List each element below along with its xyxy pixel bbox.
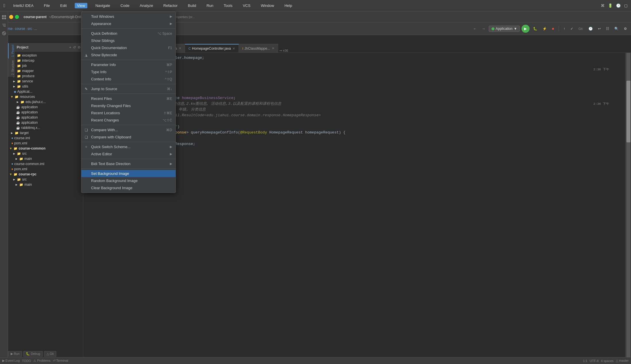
menu-item-appearance[interactable]: Appearance ▶ (81, 20, 176, 27)
project-expand-btn[interactable]: ↺ (73, 45, 76, 49)
menu-item-type-info[interactable]: Type Info ^⇧P (81, 68, 176, 75)
vcs-commit-btn[interactable]: ✓ (569, 26, 575, 32)
menubar-tools[interactable]: Tools (222, 3, 235, 8)
project-settings-btn[interactable]: ⚙ (78, 45, 81, 49)
menubar-code[interactable]: Code (118, 3, 132, 8)
build-btn[interactable]: ⚡ (541, 26, 549, 32)
tree-item-utils[interactable]: ► 📁 utils (8, 84, 83, 89)
navigate-forward-btn[interactable]: → (480, 26, 487, 32)
tree-item-rpc-src[interactable]: ► 📁 src (8, 177, 83, 182)
menu-item-recent-files[interactable]: Recent Files ⌘E (81, 95, 176, 102)
menu-item-bytecode[interactable]: ◮ Show Bytecode (81, 51, 176, 59)
history-btn[interactable]: 🕐 (587, 26, 595, 32)
menubar-window[interactable]: Window (259, 3, 276, 8)
tree-item-common-src[interactable]: ► 📁 src (8, 151, 83, 156)
vtab-project[interactable]: 1: Project (8, 43, 15, 59)
scroll-thumb[interactable] (626, 81, 630, 142)
tree-item-exception[interactable]: ► 📁 exception (8, 53, 83, 58)
sidebar-web-icon[interactable] (1, 30, 7, 37)
vcs-update-btn[interactable]: ↑ (562, 26, 567, 32)
search-everywhere-btn[interactable]: 🔍 (613, 26, 620, 32)
tab-homepage-controller[interactable]: C HomepageController.java ✕ (185, 44, 239, 53)
app-selector-btn[interactable]: ⬤ Application ▼ (489, 26, 520, 32)
menu-item-bidi[interactable]: Bidi Text Base Direction ▶ (81, 160, 176, 167)
tab-close-homepage[interactable]: ✕ (232, 47, 235, 51)
run-button[interactable]: ▶ (522, 25, 530, 33)
tree-item-courseiml[interactable]: ■ course.iml (8, 135, 83, 141)
bottom-tab-debug[interactable]: 🐛 Debug (23, 351, 43, 357)
tree-item-rpc-main[interactable]: ► 📁 main (8, 182, 83, 187)
tree-item-applicat[interactable]: ◆ Applicat... (8, 89, 83, 94)
tree-item-intercep[interactable]: ► 📁 intercep (8, 58, 83, 63)
menubar-build[interactable]: Build (186, 3, 199, 8)
tree-item-service[interactable]: ► 📁 service (8, 79, 83, 84)
tree-item-resources[interactable]: ▼ 📁 resources (8, 94, 83, 99)
bc-course2[interactable]: course (15, 27, 25, 31)
menu-item-context-info[interactable]: Context Info ^⇧Q (81, 75, 176, 83)
tree-item-edujiahui[interactable]: ► 📁 edu.jiahui.c... (8, 99, 83, 104)
bottom-tab-git[interactable]: △ Git (44, 351, 56, 357)
menubar-navigate[interactable]: Navigate (93, 3, 112, 8)
menu-item-param-info[interactable]: Parameter Info ⌘P (81, 61, 176, 68)
tree-item-target[interactable]: ► 📁 target (8, 130, 83, 135)
tree-item-app2[interactable]: ☕ application (8, 110, 83, 115)
tree-item-pomxml[interactable]: ■ pom.xml (8, 141, 83, 146)
minimize-button[interactable] (9, 15, 13, 19)
menu-item-recent-locations[interactable]: Recent Locations ⇧⌘E (81, 109, 176, 117)
bottom-tab-run[interactable]: ▶ Run (8, 351, 22, 357)
menubar-view[interactable]: View (75, 3, 87, 8)
scroll-track[interactable] (626, 50, 630, 358)
debug-btn[interactable]: 🐛 (531, 26, 539, 32)
tree-item-course-common[interactable]: ▼ 📁 course-common (8, 146, 83, 151)
tree-item-mapper[interactable]: ► 📁 mapper (8, 68, 83, 73)
sidebar-project-icon[interactable] (1, 14, 7, 21)
menu-item-quick-def[interactable]: Quick Definition ⌥ Space (81, 30, 176, 37)
bc-src[interactable]: src (27, 27, 32, 31)
tree-item-common-main[interactable]: ► 📁 main (8, 156, 83, 161)
tree-item-produce[interactable]: ► 📁 produce (8, 73, 83, 79)
menubar-refactor[interactable]: Refactor (161, 3, 180, 8)
menu-item-compare-clipboard[interactable]: ❏ Compare with Clipboard (81, 133, 176, 141)
menubar-help[interactable]: Help (282, 3, 295, 8)
menu-item-jump-source[interactable]: ✎ Jump to Source ⌘↓ (81, 85, 176, 92)
menubar-file[interactable]: File (42, 3, 52, 8)
menubar-edit[interactable]: Edit (58, 3, 69, 8)
menubar-vcs[interactable]: VCS (241, 3, 253, 8)
tree-item-course-rpc[interactable]: ▼ 📁 course-rpc (8, 172, 83, 177)
tab-scroll-indicator[interactable]: ⇝ ≡36 (279, 49, 288, 53)
menubar-run[interactable]: Run (204, 3, 216, 8)
tree-item-app3[interactable]: ☕ application (8, 115, 83, 120)
settings-btn[interactable]: ⚙ (622, 26, 629, 32)
tree-item-app4[interactable]: ☕ application (8, 120, 83, 125)
tree-item-app1[interactable]: ☕ application (8, 104, 83, 110)
menu-item-set-background[interactable]: Set Background Image (81, 170, 176, 177)
tree-item-common-iml[interactable]: ■ course-common.iml (8, 161, 83, 166)
stop-btn[interactable]: ■ (550, 26, 556, 32)
tab-jhclass[interactable]: I JhClassMappe... ✕ (239, 44, 278, 53)
tab-close-classgood[interactable]: ✕ (179, 47, 181, 50)
menubar-analyze[interactable]: Analyze (137, 3, 155, 8)
menu-item-random-background[interactable]: Random Background Image (81, 177, 176, 184)
vtab-structure[interactable]: 2: Structure (8, 59, 15, 77)
quick-switch-icon: ✧ (85, 145, 89, 149)
undo-btn[interactable]: ↩ (596, 26, 603, 32)
menu-item-clear-background[interactable]: Clear Background Image (81, 184, 176, 191)
menu-item-quick-doc[interactable]: Quick Documentation F1 (81, 44, 176, 51)
menu-item-recently-changed[interactable]: Recently Changed Files (81, 102, 176, 109)
maximize-button[interactable] (15, 15, 19, 19)
tab-close-jhclass[interactable]: ✕ (272, 47, 274, 50)
menu-item-active-editor[interactable]: Active Editor ▶ (81, 150, 176, 158)
tree-item-rabbitmq[interactable]: ☕ rabbitmq.x... (8, 125, 83, 130)
menu-item-recent-changes[interactable]: Recent Changes ⌥⇧C (81, 117, 176, 124)
menubar-intellij[interactable]: IntelliJ IDEA (11, 3, 36, 8)
menu-item-compare-with[interactable]: ❏ Compare With... ⌘D (81, 126, 176, 133)
navigate-back-btn[interactable]: ← (472, 26, 478, 32)
menu-item-tool-windows[interactable]: Tool Windows ▶ (81, 13, 176, 20)
project-locate-btn[interactable]: ⌖ (69, 45, 71, 49)
menu-item-show-siblings[interactable]: Show Siblings (81, 37, 176, 44)
menu-item-quick-switch[interactable]: ✧ Quick Switch Scheme... ▶ (81, 143, 176, 150)
sidebar-structure-icon[interactable] (1, 22, 7, 29)
layout-btn[interactable]: ☷ (604, 26, 611, 32)
tree-item-job[interactable]: ► 📁 job (8, 63, 83, 68)
tree-item-common-pom[interactable]: ■ pom.xml (8, 166, 83, 172)
